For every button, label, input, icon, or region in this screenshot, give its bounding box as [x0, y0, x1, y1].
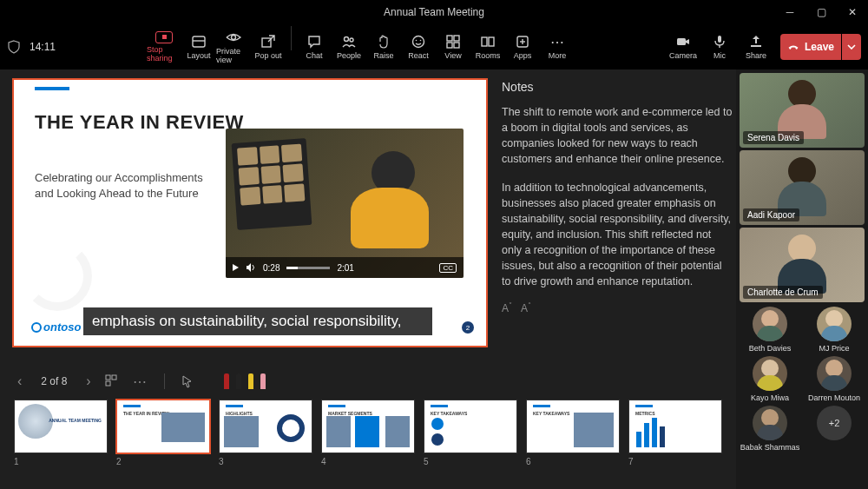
thumbnail-2[interactable]: THE YEAR IN REVIEW: [116, 400, 210, 453]
live-caption: emphasis on sustainability, social respo…: [83, 307, 432, 335]
svg-rect-23: [106, 381, 110, 386]
notes-heading: Notes: [502, 80, 733, 94]
video-progress[interactable]: [286, 267, 330, 269]
share-button[interactable]: Share: [739, 30, 773, 63]
increase-font-button[interactable]: A˄: [521, 301, 531, 314]
svg-point-4: [345, 37, 349, 42]
contoso-logo: ontoso: [31, 320, 81, 334]
participant-mj[interactable]: MJ Price: [804, 307, 865, 353]
participant-darren[interactable]: Darren Mouton: [804, 356, 865, 402]
participant-beth[interactable]: Beth Davies: [740, 307, 800, 353]
svg-rect-13: [482, 37, 487, 46]
volume-icon[interactable]: [246, 262, 256, 273]
slide-thumbnails: ANNUAL TEAM MEETING1 THE YEAR IN REVIEW2…: [12, 400, 733, 466]
people-button[interactable]: People: [332, 26, 366, 68]
thumbnail-7[interactable]: METRICS: [628, 400, 722, 453]
more-button[interactable]: ⋯ More: [540, 26, 575, 68]
layout-icon: [191, 34, 207, 50]
play-icon[interactable]: [233, 264, 239, 271]
next-slide-button[interactable]: ›: [84, 373, 92, 389]
participant-babak[interactable]: Babak Shammas: [740, 406, 800, 452]
decorative-swirl: [23, 241, 92, 311]
slide-subtitle: Celebrating our Accomplishments and Look…: [35, 170, 208, 202]
black-pen[interactable]: [236, 373, 241, 389]
rooms-icon: [480, 34, 496, 50]
participant-tile-aadi[interactable]: Aadi Kapoor: [740, 150, 865, 225]
pink-highlighter[interactable]: [260, 373, 266, 389]
video-total: 2:01: [337, 263, 353, 273]
apps-button[interactable]: Apps: [505, 26, 540, 68]
window-title: Annual Team Meeting: [384, 6, 484, 18]
camera-icon: [675, 34, 691, 50]
plus-square-icon: [515, 34, 530, 50]
title-bar: Annual Team Meeting ─ ▢ ✕: [0, 0, 868, 24]
accent-bar: [35, 87, 69, 90]
slide-video[interactable]: 0:28 2:01 CC: [226, 129, 464, 278]
grid-icon: [445, 34, 461, 50]
grid-view-icon[interactable]: [105, 374, 119, 388]
svg-rect-20: [751, 45, 761, 47]
pop-out-button[interactable]: Pop out: [251, 26, 286, 68]
svg-rect-22: [112, 375, 116, 380]
notes-paragraph-1: The shift to remote work and e-commerce …: [502, 104, 733, 168]
thumbnail-6[interactable]: KEY TAKEAWAYS: [526, 400, 620, 453]
leave-button[interactable]: Leave: [780, 34, 841, 60]
svg-point-2: [232, 36, 236, 40]
smile-icon: [411, 34, 426, 50]
yellow-highlighter[interactable]: [248, 373, 253, 389]
presented-slide: THE YEAR IN REVIEW Celebrating our Accom…: [12, 78, 488, 347]
react-button[interactable]: React: [401, 26, 436, 68]
svg-rect-21: [106, 375, 110, 380]
minimize-button[interactable]: ─: [774, 0, 806, 24]
thumbnail-3[interactable]: HIGHLIGHTS: [219, 400, 312, 453]
svg-point-5: [350, 38, 353, 42]
rooms-button[interactable]: Rooms: [470, 26, 505, 68]
layout-button[interactable]: Layout: [181, 26, 216, 68]
stop-sharing-button[interactable]: Stop sharing: [147, 26, 181, 68]
cc-button[interactable]: CC: [439, 263, 457, 273]
slide-number-badge: 2: [462, 321, 474, 334]
cursor-icon[interactable]: [181, 374, 194, 388]
svg-point-6: [413, 36, 424, 48]
leave-dropdown[interactable]: [842, 34, 861, 60]
video-elapsed: 0:28: [263, 263, 279, 273]
svg-rect-11: [447, 43, 452, 48]
thumbnail-1[interactable]: ANNUAL TEAM MEETING: [14, 400, 108, 453]
red-pen[interactable]: [224, 373, 229, 389]
camera-button[interactable]: Camera: [666, 30, 700, 63]
slide-title: THE YEAR IN REVIEW: [35, 111, 244, 134]
pen-tools: [224, 373, 266, 389]
video-controls: 0:28 2:01 CC: [226, 257, 464, 278]
more-options-button[interactable]: ⋯: [131, 373, 148, 390]
close-button[interactable]: ✕: [837, 0, 868, 24]
stop-sharing-icon: [155, 31, 173, 43]
svg-rect-9: [447, 36, 452, 41]
presenter-controls: ‹ 2 of 8 › ⋯: [12, 368, 733, 394]
notes-paragraph-2: In addition to technological advancement…: [502, 180, 733, 290]
participant-overflow[interactable]: +2: [804, 406, 865, 452]
raise-hand-button[interactable]: Raise: [366, 26, 401, 68]
mic-button[interactable]: Mic: [702, 30, 737, 63]
view-button[interactable]: View: [436, 26, 470, 68]
meeting-toolbar: 14:11 Stop sharing Layout Private view P…: [0, 24, 868, 69]
svg-point-8: [420, 40, 422, 42]
share-icon: [748, 34, 764, 50]
people-icon: [341, 34, 357, 50]
svg-rect-0: [193, 36, 205, 47]
participant-kayo[interactable]: Kayo Miwa: [740, 356, 800, 402]
participant-tile-charlotte[interactable]: Charlotte de Crum: [740, 228, 865, 302]
meeting-duration: 14:11: [30, 41, 56, 53]
hangup-icon: [787, 41, 799, 53]
decrease-font-button[interactable]: A˅: [502, 301, 512, 314]
chat-button[interactable]: Chat: [297, 26, 332, 68]
participant-tile-serena[interactable]: Serena Davis: [740, 73, 865, 148]
private-view-button[interactable]: Private view: [216, 26, 251, 68]
svg-rect-10: [454, 36, 459, 41]
chevron-down-icon: [847, 44, 856, 50]
maximize-button[interactable]: ▢: [806, 0, 837, 24]
svg-rect-12: [454, 43, 459, 48]
thumbnail-4[interactable]: MARKET SEGMENTS: [321, 400, 415, 453]
previous-slide-button[interactable]: ‹: [16, 373, 23, 389]
thumbnail-5[interactable]: KEY TAKEAWAYS: [424, 400, 517, 453]
chat-icon: [306, 34, 322, 50]
